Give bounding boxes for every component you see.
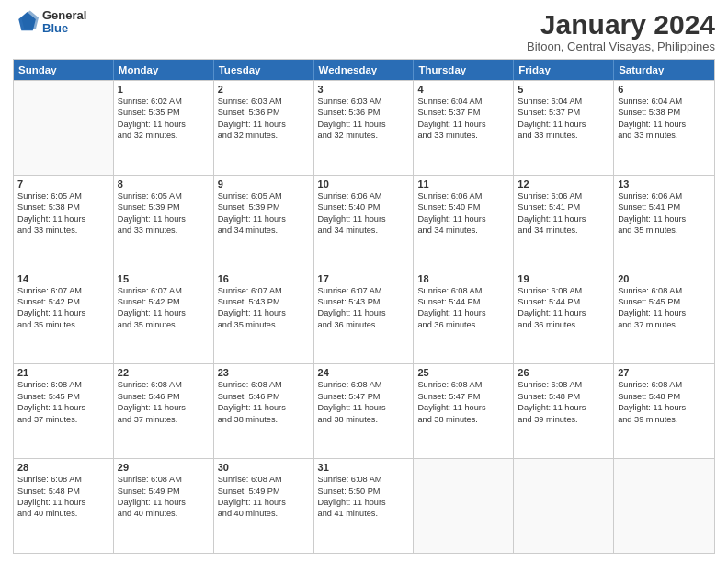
daylight-minutes: and 33 minutes. <box>618 130 711 141</box>
daylight-minutes: and 39 minutes. <box>618 414 711 425</box>
daylight-minutes: and 40 minutes. <box>218 508 310 519</box>
cal-cell: 7 Sunrise: 6:05 AM Sunset: 5:38 PM Dayli… <box>14 176 114 270</box>
cal-cell: 17 Sunrise: 6:07 AM Sunset: 5:43 PM Dayl… <box>314 270 415 364</box>
cal-header-friday: Friday <box>514 60 614 80</box>
day-number: 31 <box>318 462 410 473</box>
daylight-minutes: and 35 minutes. <box>618 224 711 236</box>
day-number: 16 <box>218 273 310 284</box>
sunset-text: Sunset: 5:47 PM <box>417 391 509 402</box>
cal-header-sunday: Sunday <box>14 60 114 80</box>
sunrise-text: Sunrise: 6:08 AM <box>518 379 609 390</box>
sunset-text: Sunset: 5:37 PM <box>518 107 609 118</box>
sunrise-text: Sunrise: 6:08 AM <box>618 285 711 296</box>
cal-cell: 18 Sunrise: 6:08 AM Sunset: 5:44 PM Dayl… <box>414 270 514 364</box>
day-number: 18 <box>417 273 509 284</box>
calendar-header-row: SundayMondayTuesdayWednesdayThursdayFrid… <box>14 60 714 80</box>
day-number: 10 <box>318 178 410 190</box>
calendar: SundayMondayTuesdayWednesdayThursdayFrid… <box>13 59 715 554</box>
sunrise-text: Sunrise: 6:06 AM <box>417 190 509 201</box>
daylight-minutes: and 40 minutes. <box>17 508 109 519</box>
sunset-text: Sunset: 5:48 PM <box>518 391 609 402</box>
sunset-text: Sunset: 5:42 PM <box>17 296 109 307</box>
cal-cell: 30 Sunrise: 6:08 AM Sunset: 5:49 PM Dayl… <box>214 459 314 553</box>
sunset-text: Sunset: 5:48 PM <box>618 391 711 402</box>
main-title: January 2024 <box>527 9 715 40</box>
sunrise-text: Sunrise: 6:07 AM <box>318 285 410 296</box>
daylight-minutes: and 33 minutes. <box>17 224 109 236</box>
daylight-text: Daylight: 11 hours <box>618 119 711 130</box>
cal-header-wednesday: Wednesday <box>314 60 415 80</box>
daylight-text: Daylight: 11 hours <box>618 402 711 413</box>
logo: General Blue <box>13 9 86 36</box>
daylight-text: Daylight: 11 hours <box>118 119 210 130</box>
day-number: 27 <box>618 367 711 378</box>
sunrise-text: Sunrise: 6:03 AM <box>318 96 410 107</box>
cal-cell: 5 Sunrise: 6:04 AM Sunset: 5:37 PM Dayli… <box>514 81 614 175</box>
sunrise-text: Sunrise: 6:08 AM <box>618 379 711 390</box>
calendar-body: 1 Sunrise: 6:02 AM Sunset: 5:35 PM Dayli… <box>14 80 714 553</box>
daylight-minutes: and 39 minutes. <box>518 414 609 425</box>
sunset-text: Sunset: 5:36 PM <box>218 107 310 118</box>
svg-marker-1 <box>21 11 39 29</box>
sunset-text: Sunset: 5:35 PM <box>118 107 210 118</box>
daylight-text: Daylight: 11 hours <box>218 213 310 224</box>
daylight-text: Daylight: 11 hours <box>518 402 609 413</box>
sunset-text: Sunset: 5:44 PM <box>417 296 509 307</box>
day-number: 7 <box>17 178 109 190</box>
sunrise-text: Sunrise: 6:07 AM <box>118 285 210 296</box>
daylight-text: Daylight: 11 hours <box>518 119 609 130</box>
cal-cell: 11 Sunrise: 6:06 AM Sunset: 5:40 PM Dayl… <box>414 176 514 270</box>
header: General Blue January 2024 Bitoon, Centra… <box>13 9 715 53</box>
daylight-text: Daylight: 11 hours <box>518 307 609 318</box>
sunset-text: Sunset: 5:38 PM <box>618 107 711 118</box>
daylight-text: Daylight: 11 hours <box>17 307 109 318</box>
sunrise-text: Sunrise: 6:08 AM <box>218 474 310 485</box>
sunrise-text: Sunrise: 6:08 AM <box>417 379 509 390</box>
daylight-text: Daylight: 11 hours <box>118 213 210 224</box>
day-number: 30 <box>218 462 310 473</box>
daylight-minutes: and 41 minutes. <box>318 508 410 519</box>
day-number: 11 <box>417 178 509 190</box>
sunset-text: Sunset: 5:48 PM <box>17 486 109 497</box>
daylight-minutes: and 34 minutes. <box>518 224 609 236</box>
sunrise-text: Sunrise: 6:08 AM <box>318 379 410 390</box>
sunrise-text: Sunrise: 6:08 AM <box>218 379 310 390</box>
cal-cell: 8 Sunrise: 6:05 AM Sunset: 5:39 PM Dayli… <box>114 176 214 270</box>
day-number: 24 <box>318 367 410 378</box>
sunset-text: Sunset: 5:49 PM <box>218 486 310 497</box>
daylight-text: Daylight: 11 hours <box>417 307 509 318</box>
daylight-minutes: and 34 minutes. <box>318 224 410 236</box>
sunrise-text: Sunrise: 6:06 AM <box>318 190 410 201</box>
daylight-text: Daylight: 11 hours <box>118 307 210 318</box>
sunset-text: Sunset: 5:41 PM <box>618 201 711 213</box>
day-number: 6 <box>618 84 711 95</box>
sunrise-text: Sunrise: 6:06 AM <box>618 190 711 201</box>
sunrise-text: Sunrise: 6:03 AM <box>218 96 310 107</box>
sunrise-text: Sunrise: 6:04 AM <box>417 96 509 107</box>
daylight-text: Daylight: 11 hours <box>17 497 109 508</box>
daylight-text: Daylight: 11 hours <box>417 213 509 224</box>
day-number: 22 <box>118 367 210 378</box>
daylight-minutes: and 40 minutes. <box>118 508 210 519</box>
daylight-text: Daylight: 11 hours <box>17 213 109 224</box>
sunset-text: Sunset: 5:40 PM <box>417 201 509 213</box>
page: General Blue January 2024 Bitoon, Centra… <box>0 0 728 563</box>
cal-cell: 26 Sunrise: 6:08 AM Sunset: 5:48 PM Dayl… <box>514 364 614 458</box>
sunrise-text: Sunrise: 6:08 AM <box>518 285 609 296</box>
sunset-text: Sunset: 5:39 PM <box>218 201 310 213</box>
daylight-text: Daylight: 11 hours <box>518 213 609 224</box>
day-number: 2 <box>218 84 310 95</box>
cal-cell: 23 Sunrise: 6:08 AM Sunset: 5:46 PM Dayl… <box>214 364 314 458</box>
sunrise-text: Sunrise: 6:04 AM <box>518 96 609 107</box>
day-number: 17 <box>318 273 410 284</box>
cal-cell <box>614 459 714 553</box>
day-number: 9 <box>218 178 310 190</box>
sunrise-text: Sunrise: 6:08 AM <box>318 474 410 485</box>
cal-cell: 22 Sunrise: 6:08 AM Sunset: 5:46 PM Dayl… <box>114 364 214 458</box>
cal-cell: 1 Sunrise: 6:02 AM Sunset: 5:35 PM Dayli… <box>114 81 214 175</box>
sunrise-text: Sunrise: 6:05 AM <box>218 190 310 201</box>
daylight-minutes: and 35 minutes. <box>118 319 210 330</box>
cal-cell <box>514 459 614 553</box>
cal-cell: 10 Sunrise: 6:06 AM Sunset: 5:40 PM Dayl… <box>314 176 415 270</box>
sunrise-text: Sunrise: 6:08 AM <box>118 474 210 485</box>
